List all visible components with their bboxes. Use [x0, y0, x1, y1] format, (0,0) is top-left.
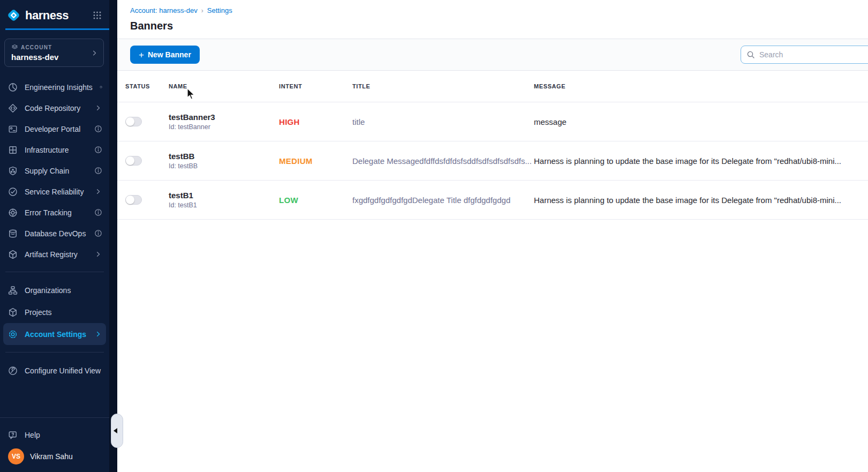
sidebar-item-code-repository[interactable]: Code Repository	[0, 98, 109, 118]
banner-intent: MEDIUM	[279, 156, 352, 166]
help-icon	[8, 430, 18, 440]
account-scope-selector[interactable]: ACCOUNT harness-dev	[4, 39, 104, 67]
search-box	[741, 46, 868, 64]
sidebar-collapse-handle[interactable]	[111, 414, 123, 448]
chevron-right-icon	[94, 250, 102, 258]
sidebar-item-infrastructure[interactable]: Infrastructure	[0, 139, 109, 160]
column-header-name: NAME	[169, 83, 279, 89]
breadcrumb-account[interactable]: Account: harness-dev	[130, 6, 198, 14]
sidebar-item-engineering-insights[interactable]: Engineering Insights	[0, 77, 109, 98]
banner-status-toggle[interactable]	[125, 195, 142, 205]
sidebar-item-error-tracking[interactable]: Error Tracking	[0, 202, 109, 223]
sidebar-item-help[interactable]: Help	[0, 424, 109, 445]
banner-message: Harness is planning to update the base i…	[534, 196, 868, 205]
sidebar-item-label: Service Reliability	[25, 188, 87, 196]
avatar: VS	[8, 448, 24, 464]
account-scope-label: ACCOUNT	[21, 44, 52, 50]
sidebar-item-label: Infrastructure	[25, 146, 87, 154]
info-icon[interactable]	[94, 125, 102, 133]
service-reliability-icon	[8, 187, 18, 197]
toggle-knob	[126, 117, 134, 126]
banner-status-toggle[interactable]	[125, 156, 142, 166]
plus-icon: +	[139, 50, 144, 59]
gear-icon	[8, 329, 18, 339]
sidebar-footer: Help VS Vikram Sahu	[0, 417, 109, 472]
chevron-right-icon	[90, 49, 99, 57]
info-icon[interactable]	[94, 208, 102, 216]
sidebar-item-developer-portal[interactable]: Developer Portal	[0, 118, 109, 139]
organizations-icon	[8, 286, 18, 295]
chevron-right-icon	[94, 188, 102, 196]
sidebar-item-organizations[interactable]: Organizations	[0, 279, 109, 301]
column-header-status: STATUS	[125, 83, 169, 89]
sidebar-item-artifact-registry[interactable]: Artifact Registry	[0, 244, 109, 265]
breadcrumb: Account: harness-dev › Settings	[130, 6, 855, 14]
database-devops-icon	[8, 229, 18, 238]
logo-underline	[5, 28, 109, 30]
sidebar-item-database-devops[interactable]: Database DevOps	[0, 223, 109, 244]
breadcrumb-settings[interactable]: Settings	[207, 6, 232, 14]
banner-title: fxgdfgdfgdfgdfgdDelegate Title dfgfdgdfg…	[352, 196, 534, 205]
sidebar-nav-modules: Engineering Insights Code Repository Dev…	[0, 77, 109, 381]
search-input[interactable]	[759, 50, 868, 59]
banner-id: Id: testBB	[169, 162, 279, 170]
banner-name: testB1	[169, 191, 279, 200]
new-banner-button[interactable]: + New Banner	[130, 46, 200, 64]
sidebar-item-label: Database DevOps	[25, 229, 87, 238]
banner-name: testBanner3	[169, 113, 279, 122]
account-scope-value: harness-dev	[11, 53, 89, 62]
sidebar-item-label: Developer Portal	[25, 125, 87, 133]
banner-message: message	[534, 117, 868, 126]
infrastructure-icon	[8, 145, 18, 155]
sidebar-item-label: Configure Unified View	[25, 366, 102, 375]
sidebar-item-projects[interactable]: Projects	[0, 301, 109, 323]
table-row[interactable]: testB1 Id: testB1 LOW fxgdfgdfgdfgdfgdDe…	[117, 181, 868, 220]
sidebar-item-configure-unified-view[interactable]: Configure Unified View	[0, 360, 109, 381]
info-icon[interactable]	[100, 83, 102, 91]
column-header-title: TITLE	[352, 83, 534, 89]
sidebar-item-label: Organizations	[25, 286, 102, 295]
toolbar: + New Banner	[117, 39, 868, 71]
banner-title: Delegate Messagedfdffdsfdfdsfsddfsdfsdfs…	[352, 156, 534, 166]
apps-grid-icon[interactable]	[93, 11, 102, 20]
logo-text: harness	[25, 9, 69, 23]
sidebar-item-label: Projects	[25, 308, 102, 317]
table-row[interactable]: testBanner3 Id: testBanner HIGH title me…	[117, 102, 868, 141]
sidebar-item-account-settings[interactable]: Account Settings	[3, 323, 106, 345]
developer-portal-icon	[8, 124, 18, 134]
banner-id: Id: testB1	[169, 201, 279, 209]
page-header: Account: harness-dev › Settings Banners	[117, 0, 868, 39]
sidebar-divider	[0, 417, 109, 418]
table-row[interactable]: testBB Id: testBB MEDIUM Delegate Messag…	[117, 141, 868, 181]
sidebar-item-label: Supply Chain	[25, 167, 87, 175]
projects-icon	[8, 308, 18, 317]
layers-icon	[11, 44, 18, 51]
user-profile[interactable]: VS Vikram Sahu	[0, 445, 109, 472]
user-name: Vikram Sahu	[30, 452, 73, 461]
sidebar-item-service-reliability[interactable]: Service Reliability	[0, 181, 109, 202]
chevron-right-icon	[94, 104, 102, 112]
toggle-knob	[126, 156, 134, 165]
main-content: Account: harness-dev › Settings Banners …	[117, 0, 868, 472]
new-banner-label: New Banner	[148, 50, 191, 59]
logo-row: harness	[0, 0, 109, 28]
table-header: STATUS NAME INTENT TITLE MESSAGE	[117, 71, 868, 102]
error-tracking-icon	[8, 208, 18, 218]
search-icon	[746, 50, 755, 59]
banner-title: title	[352, 117, 534, 126]
harness-logo-icon	[6, 8, 21, 23]
configure-unified-view-icon	[8, 366, 18, 376]
sidebar-divider	[5, 352, 104, 353]
collapse-arrow-icon	[114, 428, 117, 433]
engineering-insights-icon	[8, 83, 18, 92]
supply-chain-icon	[8, 166, 18, 176]
info-icon[interactable]	[94, 146, 102, 154]
info-icon[interactable]	[94, 167, 102, 175]
banner-status-toggle[interactable]	[125, 117, 142, 126]
sidebar: harness ACCOUNT harness-dev Engineering …	[0, 0, 109, 472]
sidebar-divider	[5, 272, 104, 272]
code-repository-icon	[8, 103, 18, 113]
info-icon[interactable]	[94, 229, 102, 237]
banner-name: testBB	[169, 152, 279, 161]
sidebar-item-supply-chain[interactable]: Supply Chain	[0, 160, 109, 181]
